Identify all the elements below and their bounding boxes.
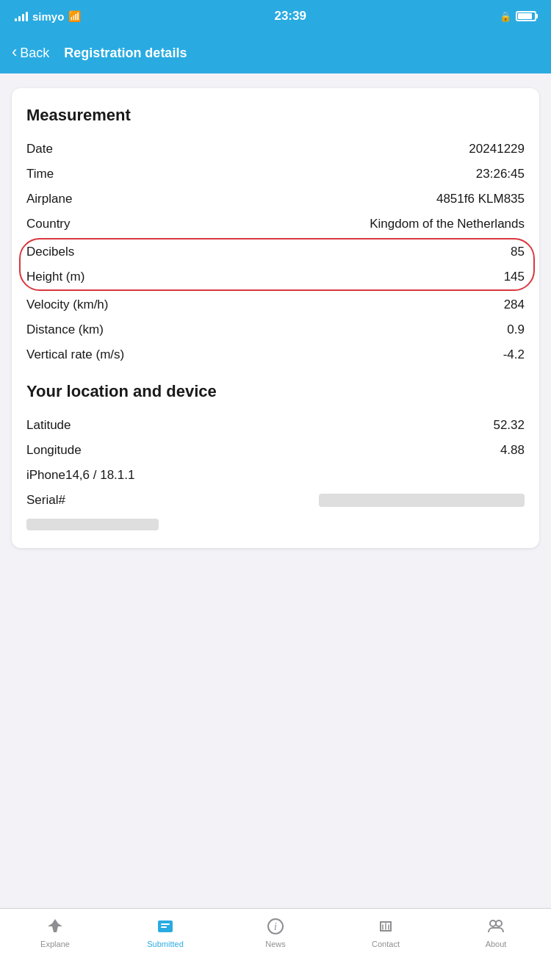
value-velocity: 284 [108,298,525,312]
label-height: Height (m) [26,270,84,284]
label-time: Time [26,167,54,181]
tab-bar: Explane Submitted i News Contact Ab [0,908,551,980]
label-decibels: Decibels [26,245,74,259]
back-button[interactable]: ‹ Back [12,46,49,61]
main-content: Measurement Date 20241229 Time 23:26:45 … [0,73,551,908]
value-longitude: 4.88 [82,443,525,458]
nav-title: Registration details [64,46,187,61]
row-longitude: Longitude 4.88 [26,438,525,463]
svg-point-6 [496,920,502,926]
status-time: 23:39 [274,9,306,24]
label-serial: Serial# [26,493,65,508]
value-time: 23:26:45 [54,167,525,181]
tab-about[interactable]: About [441,916,551,948]
details-card: Measurement Date 20241229 Time 23:26:45 … [12,88,539,548]
tab-news[interactable]: i News [220,916,331,948]
svg-point-5 [490,920,496,926]
tab-about-label: About [486,940,507,948]
value-country: Kingdom of the Netherlands [71,217,525,231]
value-distance: 0.9 [104,323,525,337]
row-time: Time 23:26:45 [26,162,525,187]
battery-icon [516,11,536,21]
tab-explane-label: Explane [40,940,70,948]
value-height: 145 [84,270,525,284]
tab-explane[interactable]: Explane [0,916,110,948]
nav-bar: ‹ Back Registration details [0,32,551,73]
row-distance: Distance (km) 0.9 [26,317,525,342]
tab-contact-label: Contact [372,940,400,948]
label-vertical-rate: Vertical rate (m/s) [26,347,124,362]
label-latitude: Latitude [26,418,71,433]
status-left: simyo 📶 [15,10,81,23]
tab-submitted[interactable]: Submitted [110,916,220,948]
news-icon: i [265,916,286,937]
wifi-icon: 📶 [68,10,81,22]
row-latitude: Latitude 52.32 [26,413,525,438]
svg-text:i: i [274,921,277,932]
label-distance: Distance (km) [26,323,104,337]
row-airplane: Airplane 4851f6 KLM835 [26,187,525,212]
row-country: Country Kingdom of the Netherlands [26,212,525,237]
row-decibels: Decibels 85 [26,239,525,264]
row-device: iPhone14,6 / 18.1.1 [26,463,525,488]
value-decibels: 85 [74,245,525,259]
label-airplane: Airplane [26,192,72,206]
highlight-group: Decibels 85 Height (m) 145 [22,238,529,291]
carrier-label: simyo [32,10,64,23]
value-latitude: 52.32 [71,418,525,433]
measurement-section-title: Measurement [26,106,525,125]
row-height: Height (m) 145 [26,264,525,289]
serial-blurred [319,494,525,507]
lock-icon: 🔒 [500,11,511,22]
value-vertical-rate: -4.2 [124,347,525,362]
back-label: Back [20,46,49,61]
label-velocity: Velocity (km/h) [26,298,108,312]
value-airplane: 4851f6 KLM835 [72,192,525,206]
label-longitude: Longitude [26,443,82,458]
label-country: Country [26,217,71,231]
contact-icon [375,916,396,937]
tab-submitted-label: Submitted [147,940,184,948]
status-bar: simyo 📶 23:39 🔒 [0,0,551,32]
row-date: Date 20241229 [26,137,525,162]
row-vertical-rate: Vertical rate (m/s) -4.2 [26,342,525,367]
svg-rect-1 [161,923,170,925]
explane-icon [45,916,65,937]
location-section-title: Your location and device [26,382,525,401]
tab-news-label: News [265,940,286,948]
tab-contact[interactable]: Contact [331,916,441,948]
label-device: iPhone14,6 / 18.1.1 [26,468,134,483]
label-date: Date [26,142,53,156]
submitted-icon [155,916,176,937]
row-velocity: Velocity (km/h) 284 [26,292,525,317]
about-icon [486,916,506,937]
value-date: 20241229 [53,142,525,156]
serial-blurred-2 [26,519,525,530]
status-right: 🔒 [500,11,536,22]
svg-rect-2 [161,926,167,928]
row-serial: Serial# [26,488,525,513]
back-chevron-icon: ‹ [12,44,17,60]
signal-bars-icon [15,11,28,21]
